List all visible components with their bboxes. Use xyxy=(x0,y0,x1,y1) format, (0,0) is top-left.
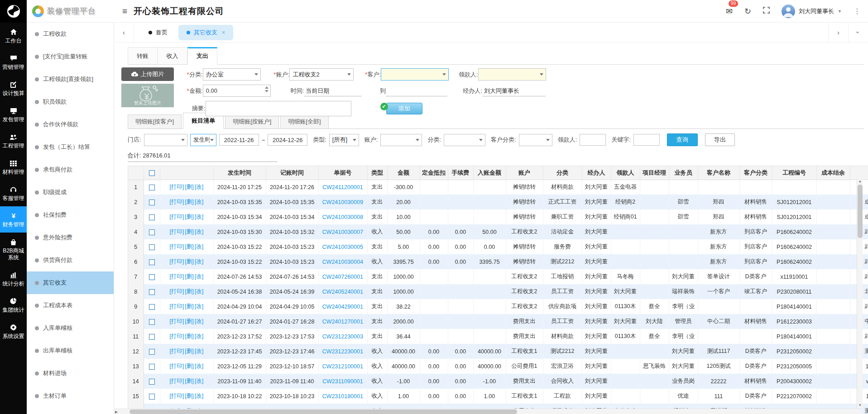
sidebar-item-供货商付款[interactable]: 供货商付款 xyxy=(27,249,114,271)
cell-单据号[interactable]: CW2404290001 xyxy=(318,299,367,314)
action-link[interactable]: [改] xyxy=(195,303,203,309)
rail-item-营销管理[interactable]: 营销管理 xyxy=(0,49,27,75)
cell-单据号[interactable]: CW2410030009 xyxy=(318,195,367,209)
cell-单据号[interactable]: CW2312230001 xyxy=(318,344,367,359)
row-checkbox[interactable] xyxy=(149,394,155,400)
action-link[interactable]: [改] xyxy=(195,378,203,384)
action-link[interactable]: [打印] xyxy=(170,363,184,369)
action-link[interactable]: [打印] xyxy=(170,303,184,309)
scroll-down-icon[interactable]: ▼ xyxy=(857,403,863,407)
entry-tab-转账[interactable]: 转账 xyxy=(128,47,158,64)
action-link[interactable]: [删] xyxy=(185,243,194,250)
time-to-input[interactable] xyxy=(386,86,447,96)
action-link[interactable]: [改] xyxy=(195,184,203,190)
action-link[interactable]: [打印] xyxy=(170,199,184,205)
sidebar-item-工程领款[直接领款][interactable]: 工程领款[直接领款] xyxy=(27,68,114,90)
cell-单据号[interactable]: CW2405240001 xyxy=(318,284,367,299)
action-link[interactable]: [删] xyxy=(185,303,194,309)
date-to-input[interactable]: 2024-12-26 xyxy=(268,134,307,146)
action-link[interactable]: [打印] xyxy=(170,228,184,235)
ledger-tab-明细账[按客户][interactable]: 明细账[按客户] xyxy=(128,114,182,128)
action-link[interactable]: [打印] xyxy=(170,273,184,280)
rail-item-客服管理[interactable]: 客服管理 xyxy=(0,180,27,206)
row-checkbox[interactable] xyxy=(149,379,155,385)
menu-toggle-icon[interactable]: ≡ xyxy=(122,6,127,16)
cell-单据号[interactable]: CW2410030005 xyxy=(318,239,367,254)
sidebar-item-[支付宝]批量转账[interactable]: [支付宝]批量转账 xyxy=(27,45,114,68)
cell-单据号[interactable]: CW2410030008 xyxy=(318,209,367,224)
action-link[interactable]: [打印] xyxy=(170,333,184,339)
row-checkbox[interactable] xyxy=(149,334,155,340)
operator-input[interactable]: 刘大同董事长 xyxy=(482,86,546,96)
account-select[interactable]: 工程收支2 xyxy=(289,68,354,81)
action-link[interactable]: [改] xyxy=(195,199,203,205)
action-link[interactable]: [改] xyxy=(195,258,203,265)
rail-item-工作台[interactable]: 工作台 xyxy=(0,23,27,49)
row-checkbox[interactable] xyxy=(149,259,155,265)
payee-select[interactable] xyxy=(478,68,546,81)
add-button[interactable]: 添加 xyxy=(386,103,422,114)
category-filter-select[interactable] xyxy=(444,134,485,146)
customer-cat-select[interactable] xyxy=(519,134,552,146)
row-checkbox[interactable] xyxy=(149,200,155,205)
sidebar-item-合作伙伴领款[interactable]: 合作伙伴领款 xyxy=(27,113,114,136)
action-link[interactable]: [删] xyxy=(185,393,194,399)
store-select[interactable] xyxy=(144,134,187,146)
action-link[interactable]: [删] xyxy=(185,378,194,384)
action-link[interactable]: [删] xyxy=(185,288,194,295)
export-button[interactable]: 导出 xyxy=(705,133,735,146)
sidebar-item-发包（工长）结算[interactable]: 发包（工长）结算 xyxy=(27,136,114,158)
action-link[interactable]: [改] xyxy=(195,288,203,295)
action-link[interactable]: [打印] xyxy=(170,288,184,295)
action-link[interactable]: [改] xyxy=(195,393,203,399)
amount-input[interactable]: 0.00 xyxy=(203,85,271,97)
entry-tab-收入[interactable]: 收入 xyxy=(158,47,187,64)
sidebar-item-入库单稽核[interactable]: 入库单稽核 xyxy=(27,317,114,339)
action-link[interactable]: [打印] xyxy=(170,393,184,399)
horizontal-scroll-thumb[interactable] xyxy=(129,409,517,414)
action-link[interactable]: [打印] xyxy=(170,214,184,220)
keyword-input[interactable] xyxy=(633,134,660,146)
horizontal-scrollbar[interactable]: ▶ xyxy=(114,409,862,414)
row-checkbox[interactable] xyxy=(149,289,155,295)
rail-item-材料管理[interactable]: 材料管理 xyxy=(0,154,27,180)
action-link[interactable]: [打印] xyxy=(170,378,184,384)
rail-item-财务管理[interactable]: ¥财务管理 xyxy=(0,206,27,233)
query-button[interactable]: 查询 xyxy=(667,133,698,146)
sidebar-item-出库单稽核[interactable]: 出库单稽核 xyxy=(27,339,114,362)
sidebar-item-其它收支[interactable]: 其它收支 xyxy=(27,271,114,294)
rail-item-工程管理[interactable]: 工程管理 xyxy=(0,128,27,154)
vertical-scroll-thumb[interactable] xyxy=(858,185,863,238)
select-all-checkbox[interactable] xyxy=(149,170,155,176)
tab-其它收支[interactable]: 其它收支× xyxy=(178,25,233,40)
action-link[interactable]: [删] xyxy=(185,363,194,369)
sidebar-item-职级提成[interactable]: 职级提成 xyxy=(27,181,114,204)
sidebar-item-承包商付款[interactable]: 承包商付款 xyxy=(27,158,114,181)
cell-单据号[interactable]: CW2407260001 xyxy=(318,269,367,284)
action-link[interactable]: [打印] xyxy=(170,258,184,265)
messages-button[interactable]: 99 ✉ xyxy=(726,6,733,16)
action-link[interactable]: [删] xyxy=(185,273,194,280)
cell-单据号[interactable]: CW2311090001 xyxy=(318,374,367,389)
close-icon[interactable]: × xyxy=(222,29,225,36)
row-checkbox[interactable] xyxy=(149,364,155,370)
action-link[interactable]: [删] xyxy=(185,214,194,220)
entry-tab-支出[interactable]: 支出 xyxy=(187,47,217,65)
app-logo[interactable] xyxy=(0,0,27,23)
tabs-scroll-right-button[interactable]: › xyxy=(828,23,848,42)
ledger-tab-明细账[按账户][interactable]: 明细账[按账户] xyxy=(225,114,279,128)
action-link[interactable]: [删] xyxy=(185,318,194,324)
action-link[interactable]: [打印] xyxy=(170,348,184,354)
rail-item-集团统计[interactable]: 集团统计 xyxy=(0,292,27,318)
type-select[interactable]: [所有] xyxy=(329,134,359,146)
row-checkbox[interactable] xyxy=(149,304,155,310)
action-link[interactable]: [打印] xyxy=(170,184,184,190)
sidebar-item-社保扣费[interactable]: 社保扣费 xyxy=(27,204,114,226)
rail-item-B2B商城系统[interactable]: B2B商城系统 xyxy=(0,233,27,266)
action-link[interactable]: [改] xyxy=(195,228,203,235)
action-link[interactable]: [删] xyxy=(185,228,194,235)
action-link[interactable]: [改] xyxy=(195,214,203,220)
cell-单据号[interactable]: CW2410030007 xyxy=(318,224,367,239)
row-checkbox[interactable] xyxy=(149,244,155,250)
date-field-select[interactable]: 发生时 xyxy=(190,134,216,146)
